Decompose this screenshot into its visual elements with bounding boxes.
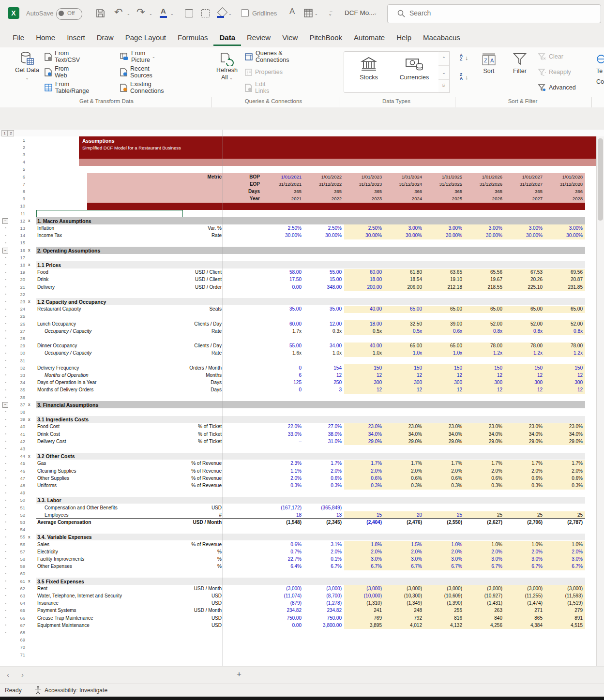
cell-value[interactable]: 241 [344, 608, 382, 613]
row-header-59[interactable]: 59 [14, 564, 25, 569]
row-header-10[interactable]: 10 [14, 203, 25, 209]
cell-value[interactable]: 300 [384, 380, 422, 385]
redo-icon[interactable]: ↷ [136, 6, 145, 18]
cell-value[interactable]: 34.0% [465, 432, 502, 437]
row-header-35[interactable]: 35 [14, 387, 25, 392]
cell-value[interactable]: (879) [264, 600, 302, 606]
cell-bop-3[interactable]: 1/01/2024 [384, 174, 422, 179]
stocks-button[interactable]: Stocks [348, 54, 390, 90]
document-title[interactable]: DCF Mo... [345, 9, 375, 16]
cell-value[interactable]: 0.6% [505, 476, 543, 481]
cell-year-0[interactable]: 2021 [264, 196, 302, 201]
refresh-all-button[interactable]: Refresh All ⌄ [215, 50, 239, 95]
cell-value[interactable]: (2,787) [545, 520, 583, 525]
row-header-25[interactable]: 25 [14, 313, 25, 319]
cell-value[interactable]: 1.0% [465, 542, 502, 547]
cell-value[interactable]: 2.50% [264, 225, 302, 231]
undo-icon[interactable]: ↶ [114, 6, 123, 18]
cell-value[interactable]: 23.0% [344, 424, 382, 429]
cell-value[interactable]: 12 [424, 372, 462, 378]
font-color-dropdown-icon[interactable]: ⌄ [170, 12, 174, 16]
cell-value[interactable]: 150 [424, 365, 462, 371]
cell-value[interactable]: 0.00 [264, 623, 302, 628]
row-header-33[interactable]: 33 [14, 372, 25, 378]
row-header-37[interactable]: 37 [14, 402, 25, 407]
cell-value[interactable]: 35.00 [304, 306, 342, 312]
cell-value[interactable]: 18.00 [344, 277, 382, 282]
gallery-up-icon[interactable]: ⌃ [438, 52, 449, 66]
cell-value[interactable]: 12 [344, 387, 382, 392]
cell-value[interactable]: 2.0% [304, 549, 342, 554]
tab-help[interactable]: Help [391, 29, 417, 45]
tab-page-layout[interactable]: Page Layout [120, 29, 172, 45]
cell-value[interactable]: (3,000) [505, 586, 543, 591]
cell-value[interactable]: (2,627) [465, 520, 502, 525]
cell-value[interactable]: 4,132 [424, 623, 462, 628]
outline-collapse-button[interactable]: − [2, 402, 8, 408]
row-header-67[interactable]: 67 [14, 623, 25, 628]
cell-value[interactable]: 150 [505, 365, 543, 371]
row-header-48[interactable]: 48 [14, 483, 25, 488]
row-header-52[interactable]: 52 [14, 512, 25, 518]
cell-year-6[interactable]: 2027 [505, 196, 543, 201]
cell-eop-5[interactable]: 31/12/2026 [465, 181, 502, 187]
row-header-42[interactable]: 42 [14, 439, 25, 444]
cell-value[interactable]: 3.00% [424, 225, 462, 231]
cell-value[interactable]: 29.0% [344, 439, 382, 444]
row-header-45[interactable]: 45 [14, 461, 25, 466]
cell-value[interactable]: (11,074) [264, 593, 302, 598]
cell-value[interactable]: 34.00 [304, 343, 342, 348]
cell-value[interactable]: 34.0% [424, 432, 462, 437]
cell-value[interactable]: 279 [545, 608, 583, 613]
get-data-button[interactable]: Get Data ⌄ [15, 50, 40, 95]
cell-value[interactable]: 1.2x [505, 350, 543, 356]
tab-home[interactable]: Home [30, 29, 61, 45]
cell-value[interactable]: 2.0% [424, 468, 462, 474]
cell-value[interactable]: 1.0x [304, 350, 342, 356]
cell-value[interactable]: 12.00 [304, 321, 342, 327]
cell-days-7[interactable]: 366 [545, 189, 583, 194]
cell-value[interactable]: 1.2x [545, 350, 583, 356]
row-header-14[interactable]: 14 [14, 233, 25, 238]
cell-value[interactable]: 750.00 [264, 615, 302, 621]
cell-value[interactable]: (11,255) [505, 593, 543, 598]
status-accessibility[interactable]: Accessibility: Investigate [45, 687, 107, 694]
table-style-icon[interactable] [304, 9, 313, 17]
row-header-71[interactable]: 71 [14, 652, 25, 657]
cell-value[interactable]: 2.0% [545, 468, 583, 474]
cell-value[interactable]: 6 [264, 372, 302, 378]
cell-value[interactable]: 6.7% [465, 564, 502, 569]
cell-bop-4[interactable]: 1/01/2025 [424, 174, 462, 179]
row-header-4[interactable]: 4 [14, 159, 25, 164]
cell-value[interactable]: 200.00 [344, 284, 382, 290]
cell-value[interactable]: 1.0x [344, 350, 382, 356]
cell-value[interactable]: 2.0% [545, 549, 583, 554]
cell-value[interactable]: 1.1% [264, 468, 302, 474]
cell-value[interactable]: 25 [505, 512, 543, 518]
cell-value[interactable]: 300 [545, 380, 583, 385]
row-header-12[interactable]: 12 [14, 218, 25, 223]
cell-value[interactable]: 2.0% [505, 549, 543, 554]
cell-value[interactable]: 0.3% [465, 483, 502, 488]
cell-value[interactable]: 63.65 [424, 269, 462, 275]
cell-value[interactable]: 12 [384, 387, 422, 392]
cell-value[interactable]: 2.0% [344, 549, 382, 554]
row-header-50[interactable]: 50 [14, 497, 25, 503]
cell-value[interactable]: 0.3% [545, 483, 583, 488]
row-header-32[interactable]: 32 [14, 365, 25, 371]
cell-value[interactable]: 3.00% [545, 225, 583, 231]
cell-value[interactable]: 4,515 [545, 623, 583, 628]
row-header-36[interactable]: 36 [14, 395, 25, 400]
cell-value[interactable]: 12 [505, 387, 543, 392]
cell-value[interactable]: 2.50% [344, 225, 382, 231]
cell-value[interactable]: 3,800.00 [304, 623, 342, 628]
row-header-5[interactable]: 5 [14, 166, 25, 172]
cell-value[interactable]: 39.00 [424, 321, 462, 327]
row-header-19[interactable]: 19 [14, 269, 25, 275]
resize-box-icon[interactable] [201, 9, 210, 17]
cell-value[interactable]: 263 [465, 608, 502, 613]
cell-value[interactable]: 1.0% [545, 542, 583, 547]
cell-eop-3[interactable]: 31/12/2024 [384, 181, 422, 187]
row-header-68[interactable]: 68 [14, 630, 25, 635]
cell-value[interactable]: 55.00 [264, 343, 302, 348]
